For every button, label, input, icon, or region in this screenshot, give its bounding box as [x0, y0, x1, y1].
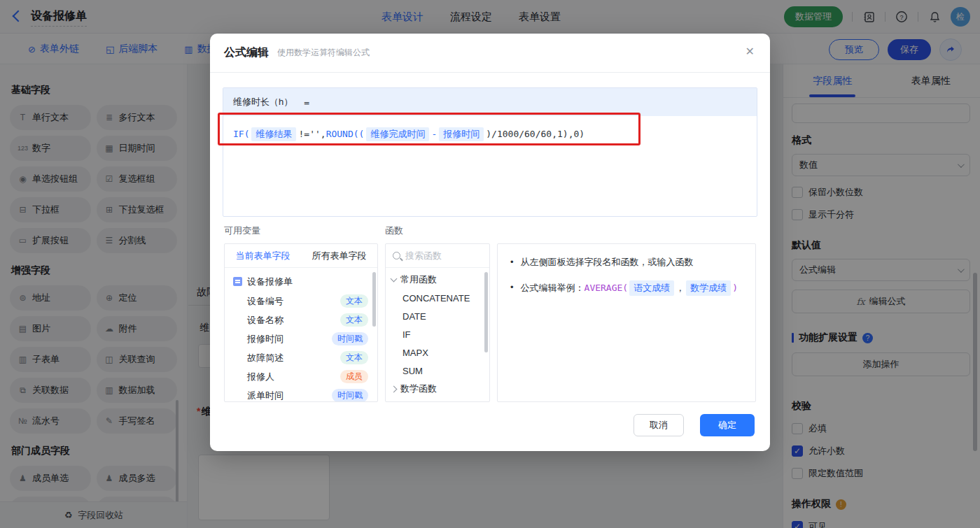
- type-badge: 文本: [340, 294, 368, 308]
- search-icon: [393, 252, 400, 259]
- function-item[interactable]: IF: [386, 325, 489, 343]
- variable-row[interactable]: 报修人成员: [225, 367, 377, 386]
- function-item[interactable]: DATE: [386, 307, 489, 325]
- help-panel: •从左侧面板选择字段名和函数，或输入函数 • 公式编辑举例：AVERAGE(语文…: [497, 243, 756, 402]
- variables-scrollbar[interactable]: [372, 272, 376, 327]
- formula-editor[interactable]: 维修时长（h） = IF(维修结果!='',ROUND((维修完成时间-报修时间…: [223, 87, 757, 217]
- functions-label: 函数: [385, 224, 403, 237]
- tab-current-form-fields[interactable]: 当前表单字段: [225, 244, 301, 267]
- type-badge: 时间戳: [332, 389, 368, 402]
- help-line-1: 从左侧面板选择字段名和函数，或输入函数: [521, 255, 694, 269]
- document-icon: [233, 277, 242, 286]
- variable-row[interactable]: 报修时间时间戳: [225, 329, 377, 348]
- chevron-down-icon: [391, 276, 398, 283]
- help-line-2: 公式编辑举例：AVERAGE(语文成绩，数学成绩): [521, 280, 738, 296]
- function-item[interactable]: CONCATENATE: [386, 289, 489, 307]
- modal-title: 公式编辑: [224, 45, 269, 60]
- example-field-chip: 语文成绩: [629, 280, 674, 296]
- type-badge: 时间戳: [332, 332, 368, 345]
- equals-sign: =: [304, 97, 309, 108]
- example-field-chip: 数学成绩: [686, 280, 731, 296]
- variables-root[interactable]: 设备报修单: [225, 271, 377, 292]
- tab-all-form-fields[interactable]: 所有表单字段: [301, 244, 377, 267]
- formula-expression: IF(维修结果!='',ROUND((维修完成时间-报修时间)/1000/60/…: [223, 116, 757, 152]
- variable-row[interactable]: 设备编号文本: [225, 292, 377, 311]
- function-search-input[interactable]: 搜索函数: [405, 250, 442, 262]
- modal-subtitle: 使用数学运算符编辑公式: [277, 47, 370, 59]
- function-item[interactable]: SUM: [386, 362, 489, 380]
- type-badge: 文本: [340, 351, 368, 364]
- variables-panel: 当前表单字段 所有表单字段 设备报修单 设备编号文本 设备名称文本 报修时间时间…: [224, 243, 378, 402]
- bullet-icon: •: [510, 255, 514, 269]
- formula-field-name: 维修时长（h）: [233, 96, 293, 108]
- type-badge: 文本: [340, 313, 368, 327]
- field-chip: 报修时间: [439, 127, 484, 141]
- variable-row[interactable]: 派单时间时间戳: [225, 386, 377, 402]
- function-item[interactable]: MAPX: [386, 343, 489, 362]
- functions-scrollbar[interactable]: [484, 272, 488, 352]
- function-group-math[interactable]: 数学函数: [386, 380, 489, 398]
- field-chip: 维修结果: [251, 127, 296, 141]
- bullet-icon: •: [510, 280, 514, 296]
- chevron-right-icon: [391, 385, 398, 392]
- formula-edit-modal: 公式编辑 使用数学运算符编辑公式 ✕ 维修时长（h） = IF(维修结果!=''…: [210, 34, 770, 451]
- function-group-common[interactable]: 常用函数: [386, 271, 489, 289]
- field-chip: 维修完成时间: [366, 127, 429, 141]
- function-group-text[interactable]: 文本函数: [386, 398, 489, 402]
- functions-panel: 搜索函数 常用函数 CONCATENATE DATE IF MAPX SUM 数…: [385, 243, 490, 402]
- variables-label: 可用变量: [224, 224, 260, 237]
- cancel-button[interactable]: 取消: [634, 414, 684, 436]
- close-icon[interactable]: ✕: [746, 46, 755, 57]
- confirm-button[interactable]: 确定: [700, 414, 755, 436]
- variable-row[interactable]: 设备名称文本: [225, 311, 377, 329]
- variable-row[interactable]: 故障简述文本: [225, 348, 377, 367]
- type-badge: 成员: [340, 370, 368, 383]
- app-root: 设备报修单 表单设计 流程设定 表单设置 数据管理 ? 检 ⊘表单外链: [0, 0, 980, 528]
